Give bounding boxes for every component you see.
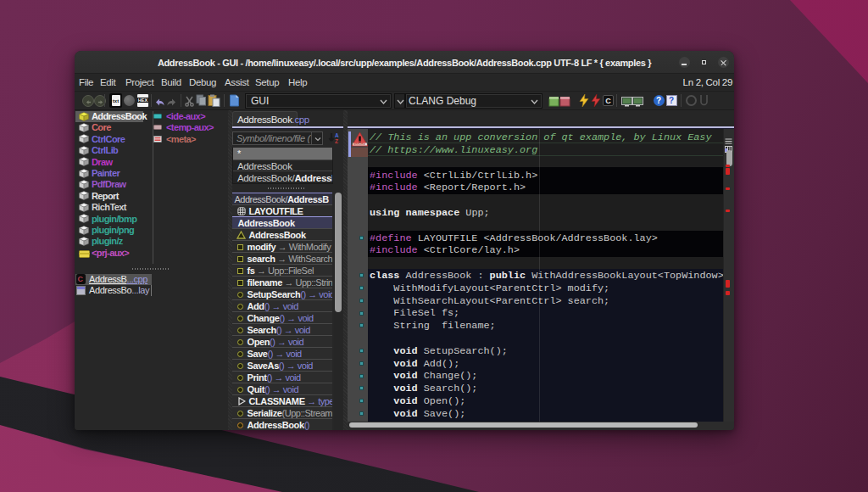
- svg-text:Z: Z: [335, 138, 338, 144]
- svg-text:A: A: [335, 132, 339, 138]
- svg-text:ERRORS: ERRORS: [353, 143, 364, 146]
